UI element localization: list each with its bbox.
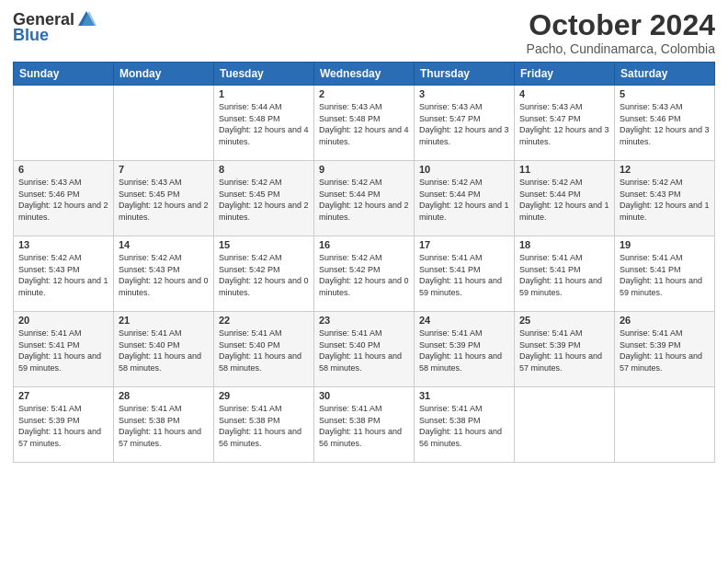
table-row: 8Sunrise: 5:42 AM Sunset: 5:45 PM Daylig… <box>214 161 314 236</box>
day-number: 1 <box>219 88 309 99</box>
cell-info: Sunrise: 5:42 AM Sunset: 5:44 PM Dayligh… <box>319 178 409 222</box>
day-number: 9 <box>319 164 409 175</box>
cell-info: Sunrise: 5:43 AM Sunset: 5:47 PM Dayligh… <box>419 102 509 146</box>
cell-info: Sunrise: 5:42 AM Sunset: 5:42 PM Dayligh… <box>319 253 409 297</box>
table-row: 2Sunrise: 5:43 AM Sunset: 5:48 PM Daylig… <box>314 86 415 161</box>
table-row: 23Sunrise: 5:41 AM Sunset: 5:40 PM Dayli… <box>314 312 415 387</box>
table-row <box>14 86 114 161</box>
table-row: 11Sunrise: 5:42 AM Sunset: 5:44 PM Dayli… <box>515 161 615 236</box>
table-row: 26Sunrise: 5:41 AM Sunset: 5:39 PM Dayli… <box>615 312 715 387</box>
day-number: 21 <box>119 315 209 326</box>
cell-info: Sunrise: 5:41 AM Sunset: 5:41 PM Dayligh… <box>419 253 502 297</box>
col-monday: Monday <box>114 63 214 86</box>
month-title: October 2024 <box>527 9 715 41</box>
cell-info: Sunrise: 5:41 AM Sunset: 5:41 PM Dayligh… <box>519 253 602 297</box>
day-number: 4 <box>519 88 609 99</box>
week-row-1: 1Sunrise: 5:44 AM Sunset: 5:48 PM Daylig… <box>14 86 715 161</box>
calendar-table: Sunday Monday Tuesday Wednesday Thursday… <box>13 62 715 463</box>
cell-info: Sunrise: 5:41 AM Sunset: 5:41 PM Dayligh… <box>18 328 101 373</box>
table-row: 24Sunrise: 5:41 AM Sunset: 5:39 PM Dayli… <box>415 312 515 387</box>
table-row: 9Sunrise: 5:42 AM Sunset: 5:44 PM Daylig… <box>314 161 415 236</box>
cell-info: Sunrise: 5:42 AM Sunset: 5:44 PM Dayligh… <box>419 178 509 222</box>
table-row: 27Sunrise: 5:41 AM Sunset: 5:39 PM Dayli… <box>14 387 114 463</box>
table-row: 16Sunrise: 5:42 AM Sunset: 5:42 PM Dayli… <box>314 236 415 312</box>
day-number: 17 <box>419 239 509 250</box>
table-row: 17Sunrise: 5:41 AM Sunset: 5:41 PM Dayli… <box>415 236 515 312</box>
day-number: 16 <box>319 239 409 250</box>
cell-info: Sunrise: 5:42 AM Sunset: 5:42 PM Dayligh… <box>219 253 309 297</box>
cell-info: Sunrise: 5:43 AM Sunset: 5:48 PM Dayligh… <box>319 102 409 146</box>
table-row: 4Sunrise: 5:43 AM Sunset: 5:47 PM Daylig… <box>515 86 615 161</box>
day-number: 19 <box>620 239 710 250</box>
page: General Blue October 2024 Pacho, Cundina… <box>0 0 728 563</box>
day-number: 31 <box>419 390 509 401</box>
day-number: 26 <box>620 315 710 326</box>
table-row: 10Sunrise: 5:42 AM Sunset: 5:44 PM Dayli… <box>415 161 515 236</box>
cell-info: Sunrise: 5:41 AM Sunset: 5:38 PM Dayligh… <box>219 404 301 448</box>
cell-info: Sunrise: 5:41 AM Sunset: 5:39 PM Dayligh… <box>519 328 602 373</box>
table-row <box>515 387 615 463</box>
table-row: 5Sunrise: 5:43 AM Sunset: 5:46 PM Daylig… <box>615 86 715 161</box>
table-row: 30Sunrise: 5:41 AM Sunset: 5:38 PM Dayli… <box>314 387 415 463</box>
cell-info: Sunrise: 5:42 AM Sunset: 5:43 PM Dayligh… <box>119 253 209 297</box>
week-row-4: 20Sunrise: 5:41 AM Sunset: 5:41 PM Dayli… <box>14 312 715 387</box>
day-number: 15 <box>219 239 309 250</box>
day-number: 29 <box>219 390 309 401</box>
cell-info: Sunrise: 5:44 AM Sunset: 5:48 PM Dayligh… <box>219 102 309 146</box>
day-number: 14 <box>119 239 209 250</box>
cell-info: Sunrise: 5:42 AM Sunset: 5:45 PM Dayligh… <box>219 178 309 222</box>
table-row: 1Sunrise: 5:44 AM Sunset: 5:48 PM Daylig… <box>214 86 314 161</box>
col-tuesday: Tuesday <box>214 63 314 86</box>
col-thursday: Thursday <box>415 63 515 86</box>
cell-info: Sunrise: 5:43 AM Sunset: 5:45 PM Dayligh… <box>119 178 209 222</box>
table-row: 29Sunrise: 5:41 AM Sunset: 5:38 PM Dayli… <box>214 387 314 463</box>
table-row: 6Sunrise: 5:43 AM Sunset: 5:46 PM Daylig… <box>14 161 114 236</box>
cell-info: Sunrise: 5:41 AM Sunset: 5:38 PM Dayligh… <box>319 404 402 448</box>
table-row: 15Sunrise: 5:42 AM Sunset: 5:42 PM Dayli… <box>214 236 314 312</box>
col-saturday: Saturday <box>615 63 715 86</box>
day-number: 18 <box>519 239 609 250</box>
week-row-2: 6Sunrise: 5:43 AM Sunset: 5:46 PM Daylig… <box>14 161 715 236</box>
day-number: 5 <box>620 88 710 99</box>
table-row: 25Sunrise: 5:41 AM Sunset: 5:39 PM Dayli… <box>515 312 615 387</box>
location: Pacho, Cundinamarca, Colombia <box>527 41 715 56</box>
table-row: 28Sunrise: 5:41 AM Sunset: 5:38 PM Dayli… <box>114 387 214 463</box>
table-row: 22Sunrise: 5:41 AM Sunset: 5:40 PM Dayli… <box>214 312 314 387</box>
day-number: 6 <box>18 164 108 175</box>
table-row: 19Sunrise: 5:41 AM Sunset: 5:41 PM Dayli… <box>615 236 715 312</box>
day-number: 8 <box>219 164 309 175</box>
cell-info: Sunrise: 5:41 AM Sunset: 5:40 PM Dayligh… <box>119 328 201 373</box>
day-number: 23 <box>319 315 409 326</box>
cell-info: Sunrise: 5:42 AM Sunset: 5:44 PM Dayligh… <box>519 178 609 222</box>
week-row-3: 13Sunrise: 5:42 AM Sunset: 5:43 PM Dayli… <box>14 236 715 312</box>
logo-blue: Blue <box>13 26 49 45</box>
day-number: 12 <box>620 164 710 175</box>
day-number: 22 <box>219 315 309 326</box>
cell-info: Sunrise: 5:43 AM Sunset: 5:47 PM Dayligh… <box>519 102 609 146</box>
cell-info: Sunrise: 5:41 AM Sunset: 5:39 PM Dayligh… <box>18 404 101 448</box>
table-row: 18Sunrise: 5:41 AM Sunset: 5:41 PM Dayli… <box>515 236 615 312</box>
day-number: 20 <box>18 315 108 326</box>
day-number: 2 <box>319 88 409 99</box>
cell-info: Sunrise: 5:42 AM Sunset: 5:43 PM Dayligh… <box>620 178 710 222</box>
day-number: 28 <box>119 390 209 401</box>
table-row <box>114 86 214 161</box>
table-row <box>615 387 715 463</box>
day-number: 10 <box>419 164 509 175</box>
col-friday: Friday <box>515 63 615 86</box>
header: General Blue October 2024 Pacho, Cundina… <box>13 9 715 56</box>
cell-info: Sunrise: 5:41 AM Sunset: 5:38 PM Dayligh… <box>419 404 502 448</box>
cell-info: Sunrise: 5:41 AM Sunset: 5:41 PM Dayligh… <box>620 253 702 297</box>
calendar-header-row: Sunday Monday Tuesday Wednesday Thursday… <box>14 63 715 86</box>
cell-info: Sunrise: 5:41 AM Sunset: 5:39 PM Dayligh… <box>419 328 502 373</box>
cell-info: Sunrise: 5:43 AM Sunset: 5:46 PM Dayligh… <box>620 102 710 146</box>
logo-area: General Blue <box>13 9 97 45</box>
cell-info: Sunrise: 5:41 AM Sunset: 5:38 PM Dayligh… <box>119 404 201 448</box>
cell-info: Sunrise: 5:42 AM Sunset: 5:43 PM Dayligh… <box>18 253 108 297</box>
table-row: 7Sunrise: 5:43 AM Sunset: 5:45 PM Daylig… <box>114 161 214 236</box>
day-number: 11 <box>519 164 609 175</box>
col-sunday: Sunday <box>14 63 114 86</box>
logo-icon <box>76 9 97 29</box>
col-wednesday: Wednesday <box>314 63 415 86</box>
day-number: 24 <box>419 315 509 326</box>
